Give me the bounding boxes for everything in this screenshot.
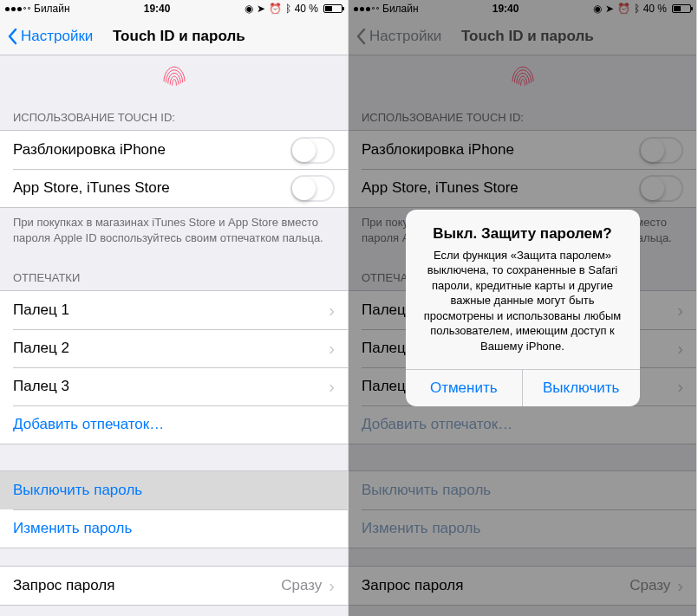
battery-text: 40 % bbox=[295, 3, 318, 15]
alarm-icon: ⏰ bbox=[269, 3, 282, 15]
require-label: Запрос пароля bbox=[13, 577, 114, 594]
bluetooth-icon: ᛒ bbox=[285, 3, 291, 15]
unlock-switch[interactable] bbox=[290, 137, 335, 164]
finger-label: Палец 3 bbox=[13, 378, 69, 395]
carrier-label: Билайн bbox=[34, 3, 70, 15]
chevron-left-icon bbox=[7, 28, 17, 45]
alert-title: Выкл. Защиту паролем? bbox=[406, 210, 640, 244]
screen-right: Билайн 19:40 ◉ ➤ ⏰ ᛒ 40 % Настройки Touc… bbox=[349, 0, 697, 616]
fingerprint-icon bbox=[0, 55, 348, 99]
location-icon: ◉ bbox=[245, 3, 253, 15]
screen-left: Билайн 19:40 ◉ ➤ ⏰ ᛒ 40 % Настройки Touc… bbox=[0, 0, 349, 616]
status-time: 19:40 bbox=[144, 3, 171, 15]
back-label: Настройки bbox=[21, 28, 93, 45]
disable-passcode-label: Выключить пароль bbox=[13, 482, 142, 499]
battery-icon bbox=[322, 4, 342, 13]
store-switch[interactable] bbox=[290, 175, 335, 202]
add-fingerprint-button[interactable]: Добавить отпечаток… bbox=[0, 405, 348, 444]
alert-cancel-button[interactable]: Отменить bbox=[406, 370, 523, 406]
store-label: App Store, iTunes Store bbox=[13, 179, 170, 197]
chevron-right-icon: › bbox=[329, 339, 335, 359]
disable-passcode-button[interactable]: Выключить пароль bbox=[0, 471, 348, 509]
finger-row-3[interactable]: Палец 3 › bbox=[0, 367, 348, 405]
finger-label: Палец 1 bbox=[13, 302, 69, 319]
nav-bar: Настройки Touch ID и пароль bbox=[0, 17, 348, 55]
finger-label: Палец 2 bbox=[13, 340, 69, 357]
change-passcode-label: Изменить пароль bbox=[13, 520, 132, 537]
alert-message: Если функция «Защита паролем» выключена,… bbox=[406, 244, 640, 370]
alert-dialog: Выкл. Защиту паролем? Если функция «Защи… bbox=[406, 210, 640, 407]
section-usage-header: ИСПОЛЬЗОВАНИЕ TOUCH ID: bbox=[0, 99, 348, 130]
alert-confirm-button[interactable]: Выключить bbox=[522, 370, 640, 406]
finger-row-1[interactable]: Палец 1 › bbox=[0, 291, 348, 329]
chevron-right-icon: › bbox=[329, 377, 335, 397]
store-row[interactable]: App Store, iTunes Store bbox=[0, 169, 348, 207]
signal-dots bbox=[5, 7, 30, 11]
require-passcode-row[interactable]: Запрос пароля Сразу › bbox=[0, 567, 348, 605]
back-button[interactable]: Настройки bbox=[7, 28, 93, 45]
unlock-iphone-row[interactable]: Разблокировка iPhone bbox=[0, 131, 348, 169]
modal-overlay: Выкл. Защиту паролем? Если функция «Защи… bbox=[349, 0, 696, 616]
chevron-right-icon: › bbox=[329, 301, 335, 321]
status-bar: Билайн 19:40 ◉ ➤ ⏰ ᛒ 40 % bbox=[0, 0, 348, 17]
nav-arrow-icon: ➤ bbox=[257, 3, 265, 15]
unlock-label: Разблокировка iPhone bbox=[13, 141, 166, 159]
finger-row-2[interactable]: Палец 2 › bbox=[0, 329, 348, 367]
add-fingerprint-label: Добавить отпечаток… bbox=[13, 416, 164, 433]
require-value: Сразу bbox=[281, 577, 322, 594]
usage-footer: При покупках в магазинах iTunes Store и … bbox=[0, 208, 348, 259]
section-prints-header: ОТПЕЧАТКИ bbox=[0, 259, 348, 290]
change-passcode-button[interactable]: Изменить пароль bbox=[0, 509, 348, 548]
chevron-right-icon: › bbox=[329, 576, 335, 596]
